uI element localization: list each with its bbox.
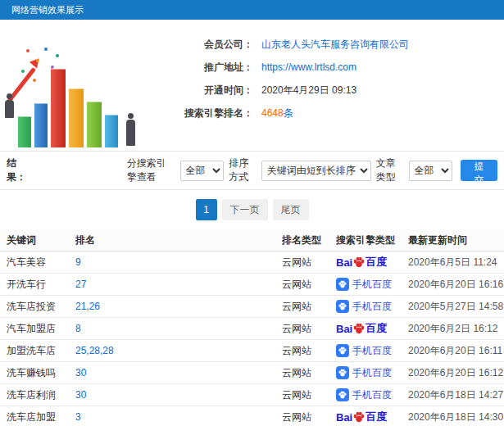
rank-count-unit: 条 (284, 107, 293, 119)
baidu-logo: Bai百度 (336, 410, 387, 424)
baidu-paw-icon (353, 256, 365, 268)
sort-select[interactable]: 关键词由短到长排序 (261, 161, 371, 181)
table-row: 开洗车行27云网站手机百度2020年6月20日 16:16 (0, 274, 504, 296)
header-engine-type: 搜索引擎类型 (336, 233, 408, 247)
engine-type-cell: 手机百度 (336, 300, 408, 314)
mobile-baidu-logo: 手机百度 (336, 388, 392, 402)
engine-filter-label: 分搜索引擎查看 (127, 156, 175, 184)
mobile-baidu-logo: 手机百度 (336, 344, 392, 358)
rank-type-cell: 云网站 (282, 278, 336, 292)
baidu-paw-icon (338, 302, 347, 310)
engine-type-cell: 手机百度 (336, 388, 408, 402)
rank-count-number: 4648 (261, 107, 284, 119)
table-row: 洗车店投资21,26云网站手机百度2020年5月27日 14:58 (0, 296, 504, 318)
table-row: 洗车店利润30云网站手机百度2020年6月18日 14:27 (0, 384, 504, 406)
baidu-paw-icon (338, 369, 347, 377)
keyword-cell: 汽车美容 (7, 256, 75, 270)
updated-time-cell: 2020年6月18日 14:30 (408, 410, 504, 424)
keyword-cell: 洗车店加盟 (7, 410, 75, 424)
engine-type-cell: 手机百度 (336, 344, 408, 358)
open-time-label: 开通时间： (147, 84, 253, 97)
submit-button[interactable]: 提交 (461, 160, 497, 181)
table-row: 加盟洗车店25,28,28云网站手机百度2020年6月20日 16:11 (0, 340, 504, 362)
decorative-chart-image (3, 25, 147, 147)
keyword-cell: 洗车店投资 (7, 300, 75, 314)
table-row: 洗车赚钱吗30云网站手机百度2020年6月20日 16:12 (0, 362, 504, 384)
page-current[interactable]: 1 (196, 199, 217, 220)
engine-type-cell: Bai百度 (336, 321, 408, 336)
updated-time-cell: 2020年6月20日 16:12 (408, 366, 504, 380)
table-row: 洗车店加盟3云网站Bai百度2020年6月18日 14:30 (0, 406, 504, 426)
keyword-cell: 洗车店利润 (7, 388, 75, 402)
info-row-open-time: 开通时间： 2020年4月29日 09:13 (147, 79, 501, 102)
article-type-select[interactable]: 全部 (409, 161, 453, 181)
next-page-button[interactable]: 下一页 (222, 199, 268, 220)
rank-type-cell: 云网站 (282, 388, 336, 402)
header-keyword: 关键词 (7, 233, 75, 247)
table-row: 汽车加盟店8云网站Bai百度2020年6月2日 16:12 (0, 318, 504, 340)
person-figure-right (126, 113, 135, 146)
engine-type-cell: 手机百度 (336, 278, 408, 292)
page-title: 网络营销效果展示 (0, 0, 504, 20)
mobile-baidu-icon (336, 278, 349, 291)
pagination: 1 下一页 尾页 (0, 190, 504, 229)
keyword-cell: 汽车加盟店 (7, 322, 75, 336)
keyword-cell: 开洗车行 (7, 278, 75, 292)
keyword-cell: 加盟洗车店 (7, 344, 75, 358)
updated-time-cell: 2020年6月5日 11:24 (408, 256, 504, 270)
baidu-logo: Bai百度 (336, 321, 387, 336)
baidu-logo: Bai百度 (336, 255, 387, 270)
person-figure-left (5, 93, 14, 118)
rank-link[interactable]: 30 (75, 389, 86, 401)
mobile-baidu-icon (336, 388, 349, 401)
engine-select[interactable]: 全部 (180, 161, 225, 181)
header-rank: 排名 (75, 233, 282, 247)
company-link[interactable]: 山东老人头汽车服务咨询有限公司 (261, 38, 409, 52)
promotion-url-link[interactable]: https://www.lrtlsd.com (261, 61, 356, 73)
mobile-baidu-icon (336, 300, 349, 313)
mobile-baidu-logo: 手机百度 (336, 300, 392, 314)
rank-link[interactable]: 8 (75, 323, 81, 334)
mobile-baidu-icon (336, 366, 349, 379)
baidu-paw-icon (353, 411, 365, 423)
rank-count-label: 搜索引擎排名： (147, 106, 253, 120)
table-body: 汽车美容9云网站Bai百度2020年6月5日 11:24开洗车行27云网站手机百… (0, 252, 504, 426)
rank-link[interactable]: 25,28,28 (75, 345, 114, 356)
rank-type-cell: 云网站 (282, 322, 336, 336)
updated-time-cell: 2020年6月20日 16:11 (408, 344, 504, 358)
updated-time-cell: 2020年6月20日 16:16 (408, 278, 504, 292)
rank-type-cell: 云网站 (282, 366, 336, 380)
sort-filter-label: 排序方式 (229, 156, 257, 184)
engine-type-cell: Bai百度 (336, 410, 408, 424)
info-row-rank-count: 搜索引擎排名： 4648条 (147, 102, 501, 125)
mobile-baidu-icon (336, 344, 349, 357)
last-page-button[interactable]: 尾页 (273, 199, 309, 220)
rank-link[interactable]: 21,26 (75, 301, 100, 312)
info-row-url: 推广地址： https://www.lrtlsd.com (147, 56, 501, 79)
open-time-value: 2020年4月29日 09:13 (261, 84, 356, 97)
rank-link[interactable]: 27 (75, 279, 86, 290)
filter-band: 结果： 分搜索引擎查看 全部 排序方式 关键词由短到长排序 文章类型 全部 提交 (0, 151, 504, 190)
info-section: 会员公司： 山东老人头汽车服务咨询有限公司 推广地址： https://www.… (0, 20, 504, 151)
rank-type-cell: 云网站 (282, 300, 336, 314)
baidu-paw-icon (338, 280, 347, 288)
updated-time-cell: 2020年5月27日 14:58 (408, 300, 504, 314)
info-row-company: 会员公司： 山东老人头汽车服务咨询有限公司 (147, 33, 501, 56)
mobile-baidu-logo: 手机百度 (336, 278, 392, 292)
updated-time-cell: 2020年6月18日 14:27 (408, 388, 504, 402)
rank-link[interactable]: 9 (75, 256, 81, 268)
company-label: 会员公司： (147, 38, 253, 52)
engine-type-cell: 手机百度 (336, 366, 408, 380)
rank-link[interactable]: 30 (75, 367, 86, 378)
rank-link[interactable]: 3 (75, 411, 81, 423)
baidu-paw-icon (353, 323, 365, 334)
header-updated: 最新更新时间 (408, 233, 504, 247)
url-label: 推广地址： (147, 61, 253, 75)
updated-time-cell: 2020年6月2日 16:12 (408, 322, 504, 336)
article-type-label: 文章类型 (376, 156, 404, 184)
baidu-paw-icon (338, 347, 347, 355)
rank-type-cell: 云网站 (282, 256, 336, 270)
table-header-row: 关键词 排名 排名类型 搜索引擎类型 最新更新时间 (0, 229, 504, 252)
header-rank-type: 排名类型 (282, 233, 336, 247)
results-table: 关键词 排名 排名类型 搜索引擎类型 最新更新时间 汽车美容9云网站Bai百度2… (0, 229, 504, 426)
